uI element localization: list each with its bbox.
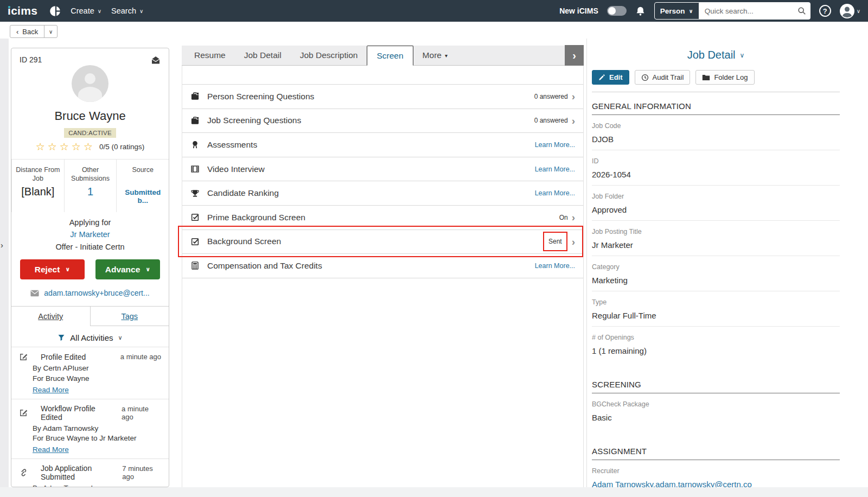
dashboard-pie-icon[interactable] bbox=[49, 5, 61, 17]
stat-value[interactable]: [Blank] bbox=[14, 186, 62, 198]
field-label: # of Openings bbox=[592, 334, 840, 341]
detail-field: Job Folder Approved bbox=[592, 186, 840, 221]
back-button[interactable]: ‹Back bbox=[10, 26, 44, 37]
chevron-right-icon: › bbox=[572, 116, 575, 126]
back-dropdown-button[interactable]: ∨ bbox=[44, 26, 57, 37]
screening-row-status[interactable]: Learn More... bbox=[535, 165, 575, 173]
activity-title: Job Application Submitted bbox=[41, 464, 117, 481]
screen-tab-content: Person Screening Questions 0 answered › … bbox=[182, 66, 584, 487]
applying-for-label: Applying for bbox=[11, 216, 169, 228]
stat-value[interactable]: 1 bbox=[67, 186, 114, 198]
screening-row-status[interactable]: Sent bbox=[543, 232, 567, 251]
field-value: Basic bbox=[592, 413, 840, 422]
advance-button[interactable]: Advance∨ bbox=[95, 259, 160, 279]
screening-row-status[interactable]: 0 answered bbox=[534, 93, 568, 100]
reject-button[interactable]: Reject∨ bbox=[20, 259, 85, 279]
screening-row-status[interactable]: Learn More... bbox=[535, 189, 575, 197]
new-icims-toggle[interactable] bbox=[607, 6, 627, 16]
create-menu[interactable]: Create∨ bbox=[71, 7, 101, 15]
field-value: DJOB bbox=[592, 135, 840, 144]
tab-activity[interactable]: Activity bbox=[11, 307, 91, 326]
general-fields: Job Code DJOB ID 2026-1054 Job Folder Ap… bbox=[592, 115, 840, 361]
quick-search-group: Person∨ bbox=[654, 2, 810, 20]
field-label: Job Folder bbox=[592, 193, 840, 200]
detail-field: ID 2026-1054 bbox=[592, 150, 840, 186]
screening-row-status[interactable]: On bbox=[559, 214, 568, 221]
screening-row[interactable]: Person Screening Questions 0 answered › bbox=[182, 85, 583, 109]
activity-by: By Adam Tarnowsky bbox=[33, 424, 161, 434]
screening-fields: BGCheck Package Basic bbox=[592, 393, 840, 428]
screening-row-status[interactable]: 0 answered bbox=[534, 117, 568, 124]
candidate-email-link[interactable]: adam.tarnowsky+bruce@cert... bbox=[44, 289, 149, 297]
screening-row-status[interactable]: Learn More... bbox=[535, 262, 575, 270]
star-rating-icons[interactable]: ☆☆☆☆☆ bbox=[36, 142, 95, 152]
activity-filter[interactable]: All Activities ∨ bbox=[11, 333, 169, 342]
submission-tab[interactable]: More ▾ bbox=[413, 46, 457, 65]
activity-by: By Adam Tarnowsky bbox=[33, 483, 161, 487]
audit-trail-button[interactable]: Audit Trail bbox=[635, 70, 691, 85]
field-value: Regular Full-Time bbox=[592, 311, 840, 320]
chevron-down-icon: ∨ bbox=[145, 266, 150, 273]
mail-icon bbox=[30, 290, 39, 297]
submission-tab[interactable]: Job Detail bbox=[235, 46, 291, 65]
candidate-profile-card: ID 291 Bruce Wayne CAND:ACTIVE ☆☆☆☆☆ 0/5… bbox=[11, 48, 169, 487]
tab-tags[interactable]: Tags bbox=[91, 307, 169, 326]
submission-tab[interactable]: Screen bbox=[367, 46, 413, 66]
tab-scroll-next-button[interactable]: › bbox=[565, 45, 584, 66]
screening-row[interactable]: Prime Background Screen On › bbox=[182, 206, 583, 230]
screening-row[interactable]: Job Screening Questions 0 answered › bbox=[182, 109, 583, 133]
quick-search-input[interactable] bbox=[699, 2, 810, 20]
folder-log-button[interactable]: Folder Log bbox=[695, 70, 754, 85]
edit-button[interactable]: Edit bbox=[592, 70, 629, 85]
screening-row[interactable]: Background Screen Sent › bbox=[182, 230, 583, 254]
notifications-bell-icon[interactable] bbox=[635, 6, 646, 16]
submission-tab[interactable]: Resume bbox=[185, 46, 235, 65]
search-scope-dropdown[interactable]: Person∨ bbox=[654, 2, 699, 20]
clock-icon bbox=[641, 74, 649, 81]
pencil-icon bbox=[598, 74, 605, 81]
toggle-knob bbox=[608, 7, 616, 15]
screening-row[interactable]: Assessments Learn More... bbox=[182, 133, 583, 157]
submission-tab[interactable]: Job Description bbox=[291, 46, 367, 65]
stat-value[interactable]: Submitted b... bbox=[119, 188, 167, 205]
folder-icon bbox=[702, 74, 710, 81]
account-avatar[interactable]: ∨ bbox=[840, 4, 860, 18]
screening-row-status[interactable]: Learn More... bbox=[535, 141, 575, 149]
help-icon[interactable]: ? bbox=[819, 5, 831, 17]
screening-row[interactable]: Compensation and Tax Credits Learn More.… bbox=[182, 254, 583, 278]
field-label: Job Code bbox=[592, 122, 840, 130]
icims-logo[interactable]: icims bbox=[8, 4, 40, 17]
new-icims-label: New iCIMS bbox=[559, 7, 598, 15]
applying-for-job-link[interactable]: Jr Marketer bbox=[11, 228, 169, 240]
screening-row[interactable]: Video Interview Learn More... bbox=[182, 157, 583, 182]
screening-row[interactable]: Candidate Ranking Learn More... bbox=[182, 181, 583, 206]
activity-title: Workflow Profile Edited bbox=[41, 404, 117, 422]
status-badge: CAND:ACTIVE bbox=[64, 128, 116, 138]
activity-time: 7 minutes ago bbox=[122, 464, 161, 481]
search-menu[interactable]: Search∨ bbox=[111, 7, 143, 15]
read-more-link[interactable]: Read More bbox=[33, 386, 69, 394]
search-icon[interactable] bbox=[797, 7, 806, 15]
activity-title: Profile Edited bbox=[41, 353, 86, 361]
activity-for: For Bruce Wayne to Jr Marketer bbox=[33, 434, 161, 444]
section-heading-assignment: ASSIGNMENT bbox=[592, 447, 840, 460]
chevron-down-icon: ▾ bbox=[445, 53, 448, 59]
screening-row-label: Job Screening Questions bbox=[207, 116, 301, 125]
detail-field: Job Posting Title Jr Marketer bbox=[592, 221, 840, 256]
screening-row-label: Prime Background Screen bbox=[207, 213, 305, 222]
stat-column: Source Submitted b... bbox=[116, 160, 169, 212]
screening-row-label: Assessments bbox=[207, 140, 257, 150]
medal-icon bbox=[190, 140, 200, 149]
job-detail-title-dropdown[interactable]: Job Detail∨ bbox=[592, 49, 840, 61]
job-detail-panel: Job Detail∨ Edit Audit Trail Folder Log … bbox=[586, 39, 868, 487]
field-value: Approved bbox=[592, 205, 840, 214]
send-email-icon[interactable] bbox=[151, 55, 161, 65]
workflow-status: Offer - Initiate Certn bbox=[11, 241, 169, 253]
candidate-name: Bruce Wayne bbox=[11, 109, 169, 123]
read-more-link[interactable]: Read More bbox=[33, 445, 69, 454]
candidate-stats: Distance From Job [Blank] Other Submissi… bbox=[11, 159, 169, 212]
detail-field: Job Code DJOB bbox=[592, 115, 840, 150]
panel-expand-icon[interactable]: › bbox=[1, 240, 3, 250]
field-value: Jr Marketer bbox=[592, 240, 840, 250]
chevron-down-icon: ∨ bbox=[857, 8, 860, 14]
